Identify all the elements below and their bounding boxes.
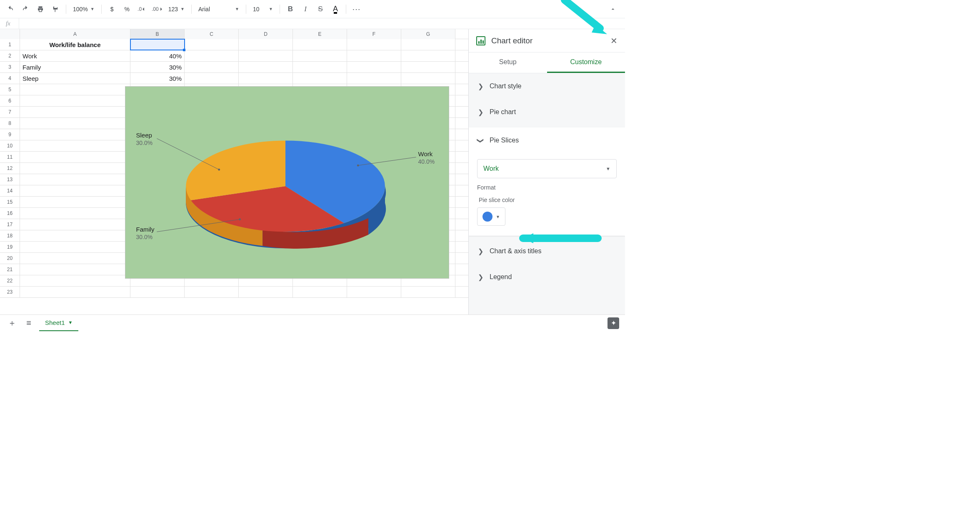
italic-button[interactable]: I <box>299 3 312 15</box>
cell-G2[interactable] <box>401 50 455 61</box>
explore-button[interactable]: ✦ <box>608 317 619 329</box>
col-header-E[interactable]: E <box>293 29 347 39</box>
close-button[interactable]: ✕ <box>610 36 618 46</box>
cell-E23[interactable] <box>293 287 347 297</box>
add-sheet-button[interactable]: ＋ <box>6 317 18 329</box>
cell-A15[interactable] <box>20 197 130 207</box>
cell-A10[interactable] <box>20 140 130 151</box>
col-header-F[interactable]: F <box>347 29 401 39</box>
col-header-A[interactable]: A <box>20 29 130 39</box>
cell-E3[interactable] <box>293 62 347 72</box>
row-header[interactable]: 12 <box>0 163 20 174</box>
row-header[interactable]: 5 <box>0 84 20 95</box>
cell-A8[interactable] <box>20 118 130 129</box>
cell-A17[interactable] <box>20 219 130 230</box>
format-currency-button[interactable]: $ <box>106 3 118 15</box>
cell-F4[interactable] <box>347 73 401 84</box>
cell-A5[interactable] <box>20 84 130 95</box>
row-header[interactable]: 6 <box>0 95 20 106</box>
tab-setup[interactable]: Setup <box>469 52 547 73</box>
print-button[interactable] <box>34 3 47 15</box>
cell-A19[interactable] <box>20 242 130 252</box>
cell-A9[interactable] <box>20 129 130 140</box>
cell-F23[interactable] <box>347 287 401 297</box>
increase-decimal-button[interactable]: .00 <box>151 3 163 15</box>
row-header[interactable]: 22 <box>0 275 20 286</box>
cell-A3[interactable]: Family <box>20 62 130 72</box>
strikethrough-button[interactable]: S <box>314 3 327 15</box>
cell-A22[interactable] <box>20 275 130 286</box>
cell-C4[interactable] <box>185 73 239 84</box>
cell-A20[interactable] <box>20 253 130 264</box>
undo-button[interactable] <box>4 3 17 15</box>
row-header[interactable]: 2 <box>0 50 20 61</box>
cell-A18[interactable] <box>20 230 130 241</box>
section-pie-chart[interactable]: ❯ Pie chart <box>469 99 625 125</box>
row-header[interactable]: 21 <box>0 264 20 275</box>
row-header[interactable]: 11 <box>0 152 20 162</box>
cell-A16[interactable] <box>20 208 130 219</box>
select-all-corner[interactable] <box>0 29 20 39</box>
cell-C3[interactable] <box>185 62 239 72</box>
cell-A13[interactable] <box>20 174 130 185</box>
cell-A2[interactable]: Work <box>20 50 130 61</box>
cell-A4[interactable]: Sleep <box>20 73 130 84</box>
row-header[interactable]: 1 <box>0 39 20 50</box>
col-header-B[interactable]: B <box>130 29 185 39</box>
section-chart-axis-titles[interactable]: ❯ Chart & axis titles <box>469 238 625 264</box>
cell-D3[interactable] <box>239 62 293 72</box>
cell-A1[interactable]: Work/life balance <box>20 39 130 50</box>
zoom-select[interactable]: 100% ▼ <box>70 3 97 15</box>
row-header[interactable]: 8 <box>0 118 20 129</box>
cell-B23[interactable] <box>130 287 185 297</box>
font-size-select[interactable]: 10 ▼ <box>250 3 275 15</box>
cell-A12[interactable] <box>20 163 130 174</box>
cell-D2[interactable] <box>239 50 293 61</box>
section-chart-style[interactable]: ❯ Chart style <box>469 73 625 99</box>
tab-customize[interactable]: Customize <box>547 52 625 73</box>
cell-G4[interactable] <box>401 73 455 84</box>
row-header[interactable]: 23 <box>0 287 20 297</box>
cell-C2[interactable] <box>185 50 239 61</box>
slice-select[interactable]: Work ▼ <box>477 159 617 178</box>
cell-A23[interactable] <box>20 287 130 297</box>
col-header-C[interactable]: C <box>185 29 239 39</box>
row-header[interactable]: 13 <box>0 174 20 185</box>
section-legend[interactable]: ❯ Legend <box>469 264 625 290</box>
row-header[interactable]: 10 <box>0 140 20 151</box>
row-header[interactable]: 15 <box>0 197 20 207</box>
cell-B1[interactable] <box>130 39 185 50</box>
formula-bar[interactable]: fx <box>0 18 625 29</box>
cell-F1[interactable] <box>347 39 401 50</box>
cell-C23[interactable] <box>185 287 239 297</box>
cell-B2[interactable]: 40% <box>130 50 185 61</box>
cell-D4[interactable] <box>239 73 293 84</box>
cell-E2[interactable] <box>293 50 347 61</box>
row-header[interactable]: 14 <box>0 185 20 196</box>
sheet-tab[interactable]: Sheet1 ▼ <box>39 315 78 332</box>
cell-A14[interactable] <box>20 185 130 196</box>
font-select[interactable]: Arial ▼ <box>196 3 242 15</box>
row-header[interactable]: 4 <box>0 73 20 84</box>
col-header-D[interactable]: D <box>239 29 293 39</box>
row-header[interactable]: 19 <box>0 242 20 252</box>
section-toggle[interactable]: ❯ Pie Slices <box>469 127 625 153</box>
row-header[interactable]: 20 <box>0 253 20 264</box>
cell-G3[interactable] <box>401 62 455 72</box>
format-percent-button[interactable]: % <box>121 3 133 15</box>
row-header[interactable]: 17 <box>0 219 20 230</box>
cell-F3[interactable] <box>347 62 401 72</box>
row-header[interactable]: 3 <box>0 62 20 72</box>
spreadsheet-grid[interactable]: A B C D E F G 1Work/life balance2Work40%… <box>0 29 468 314</box>
cell-D1[interactable] <box>239 39 293 50</box>
cell-A21[interactable] <box>20 264 130 275</box>
cell-A6[interactable] <box>20 95 130 106</box>
all-sheets-button[interactable]: ≡ <box>22 317 35 329</box>
embedded-chart[interactable]: Work 40.0% Family 30.0% Sleep 30.0% <box>125 86 449 279</box>
row-header[interactable]: 9 <box>0 129 20 140</box>
row-header[interactable]: 7 <box>0 107 20 117</box>
cell-G23[interactable] <box>401 287 455 297</box>
cell-C1[interactable] <box>185 39 239 50</box>
toolbar-overflow-button[interactable]: ⋯ <box>350 3 363 15</box>
more-formats-select[interactable]: 123 ▼ <box>166 3 187 15</box>
